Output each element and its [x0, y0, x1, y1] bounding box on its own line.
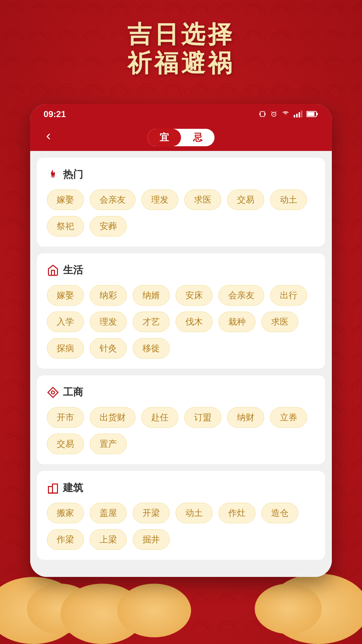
tag-grid-hot: 嫁娶 会亲友 理发 求医 交易 动土 祭祀 安葬: [47, 190, 315, 236]
tag-business-4[interactable]: 纳财: [227, 407, 264, 428]
category-title-hot: 热门: [63, 168, 83, 181]
tag-business-7[interactable]: 置产: [90, 434, 127, 454]
tag-life-13[interactable]: 针灸: [90, 338, 127, 359]
building-icon: [47, 482, 59, 494]
back-button[interactable]: [40, 128, 56, 147]
category-card-building: 建筑 搬家 盖屋 开梁 动土 作灶 造仓 作梁 上梁 掘井: [37, 471, 325, 560]
svg-marker-11: [48, 387, 58, 397]
tag-life-2[interactable]: 纳婿: [133, 285, 170, 306]
tag-hot-1[interactable]: 会亲友: [90, 190, 135, 210]
tag-grid-business: 开市 出货财 赴任 订盟 纳财 立券 交易 置产: [47, 407, 315, 454]
category-card-life: 生活 嫁娶 纳彩 纳婿 安床 会亲友 出行 入学 理发 才艺 伐木 栽种 求医 …: [37, 253, 325, 369]
content-area: 热门 嫁娶 会亲友 理发 求医 交易 动土 祭祀 安葬 生活: [30, 151, 332, 577]
tag-hot-4[interactable]: 交易: [227, 190, 264, 210]
category-title-business: 工商: [63, 385, 83, 399]
category-card-hot: 热门 嫁娶 会亲友 理发 求医 交易 动土 祭祀 安葬: [37, 158, 325, 247]
tag-building-7[interactable]: 上梁: [90, 529, 127, 550]
category-header-life: 生活: [47, 263, 315, 277]
tag-building-6[interactable]: 作梁: [47, 529, 84, 550]
header-section: 吉日选择 祈福避祸: [0, 20, 362, 78]
svg-point-12: [52, 391, 55, 394]
tag-building-1[interactable]: 盖屋: [90, 503, 127, 523]
svg-rect-1: [265, 113, 265, 115]
tag-life-4[interactable]: 会亲友: [219, 285, 264, 306]
svg-rect-7: [301, 111, 302, 117]
tag-business-2[interactable]: 赴任: [141, 407, 178, 428]
tag-life-12[interactable]: 探病: [47, 338, 84, 359]
toggle-yi[interactable]: 宜: [147, 129, 181, 146]
tag-life-0[interactable]: 嫁娶: [47, 285, 84, 306]
tag-hot-5[interactable]: 动土: [270, 190, 307, 210]
tag-business-3[interactable]: 订盟: [184, 407, 221, 428]
tag-hot-6[interactable]: 祭祀: [47, 216, 84, 236]
tag-building-2[interactable]: 开梁: [133, 503, 170, 523]
status-bar: 09:21: [30, 104, 332, 124]
toggle-ji[interactable]: 忌: [181, 129, 215, 146]
tag-life-8[interactable]: 才艺: [133, 312, 170, 332]
tag-hot-7[interactable]: 安葬: [90, 216, 127, 236]
svg-rect-14: [53, 484, 58, 493]
category-card-business: 工商 开市 出货财 赴任 订盟 纳财 立券 交易 置产: [37, 375, 325, 464]
category-header-business: 工商: [47, 385, 315, 399]
category-title-life: 生活: [63, 263, 83, 277]
svg-rect-13: [49, 486, 53, 493]
diamond-icon: [47, 386, 59, 398]
tag-life-9[interactable]: 伐木: [176, 312, 213, 332]
tag-life-1[interactable]: 纳彩: [90, 285, 127, 306]
tag-grid-building: 搬家 盖屋 开梁 动土 作灶 造仓 作梁 上梁 掘井: [47, 503, 315, 550]
category-title-building: 建筑: [63, 481, 83, 495]
tag-business-5[interactable]: 立券: [270, 407, 307, 428]
tag-life-7[interactable]: 理发: [90, 312, 127, 332]
toggle-pill: 宜 忌: [147, 129, 215, 146]
tag-business-1[interactable]: 出货财: [90, 407, 135, 428]
tag-building-4[interactable]: 作灶: [219, 503, 255, 523]
tag-building-3[interactable]: 动土: [176, 503, 213, 523]
cloud-center: [117, 584, 191, 637]
status-time: 09:21: [44, 109, 66, 119]
tag-life-14[interactable]: 移徙: [133, 338, 170, 359]
alarm-icon: [270, 110, 278, 118]
svg-rect-5: [296, 114, 298, 117]
tag-building-8[interactable]: 掘井: [133, 529, 170, 550]
nav-toggle: 宜 忌: [63, 129, 299, 146]
nav-bar: 宜 忌: [30, 124, 332, 151]
svg-rect-10: [307, 112, 314, 116]
tag-business-6[interactable]: 交易: [47, 434, 84, 454]
svg-rect-4: [294, 115, 295, 117]
svg-rect-2: [260, 112, 265, 117]
status-icons: [259, 110, 318, 118]
svg-rect-6: [299, 112, 300, 117]
wifi-icon: [282, 110, 290, 118]
phone-frame: 09:21: [30, 104, 332, 577]
category-header-building: 建筑: [47, 481, 315, 495]
vibrate-icon: [259, 110, 266, 118]
category-header-hot: 热门: [47, 168, 315, 181]
cloud-right2: [255, 584, 322, 634]
tag-hot-0[interactable]: 嫁娶: [47, 190, 84, 210]
tag-life-11[interactable]: 求医: [261, 312, 298, 332]
tag-hot-2[interactable]: 理发: [141, 190, 178, 210]
tag-hot-3[interactable]: 求医: [184, 190, 221, 210]
tag-life-5[interactable]: 出行: [270, 285, 307, 306]
tag-business-0[interactable]: 开市: [47, 407, 84, 428]
header-line2: 祈福避祸: [0, 49, 362, 78]
svg-rect-9: [316, 113, 318, 115]
tag-life-6[interactable]: 入学: [47, 312, 84, 332]
tag-grid-life: 嫁娶 纳彩 纳婿 安床 会亲友 出行 入学 理发 才艺 伐木 栽种 求医 探病 …: [47, 285, 315, 359]
battery-icon: [306, 111, 318, 117]
fire-icon: [47, 169, 59, 181]
tag-building-0[interactable]: 搬家: [47, 503, 84, 523]
header-line1: 吉日选择: [0, 20, 362, 49]
tag-life-3[interactable]: 安床: [176, 285, 213, 306]
signal-icon: [294, 110, 302, 118]
home-icon: [47, 264, 59, 276]
svg-rect-0: [259, 113, 260, 115]
tag-life-10[interactable]: 栽种: [219, 312, 255, 332]
tag-building-5[interactable]: 造仓: [261, 503, 298, 523]
header-title: 吉日选择 祈福避祸: [0, 20, 362, 78]
